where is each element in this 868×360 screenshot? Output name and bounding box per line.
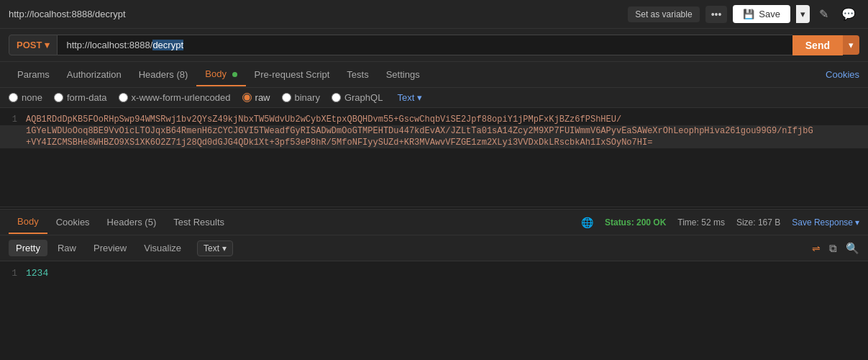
response-text-dropdown[interactable]: Text ▾ <box>197 240 233 256</box>
raw-tab[interactable]: Raw <box>50 240 83 256</box>
globe-icon: 🌐 <box>581 217 593 228</box>
tab-authorization[interactable]: Authorization <box>58 63 130 86</box>
save-icon: 💾 <box>743 9 754 19</box>
radio-graphql-label: GraphQL <box>344 92 383 103</box>
radio-none[interactable]: none <box>9 92 42 103</box>
edit-icon-button[interactable]: ✎ <box>816 4 832 24</box>
resp-line-number-1: 1 <box>0 268 26 279</box>
body-type-row: none form-data x-www-form-urlencoded raw… <box>0 88 868 108</box>
pretty-tab[interactable]: Pretty <box>9 240 47 256</box>
text-dropdown-chevron: ▾ <box>417 92 422 103</box>
cookies-link[interactable]: Cookies <box>826 69 859 80</box>
headers-badge: (8) <box>176 69 188 80</box>
radio-urlencoded-label: x-www-form-urlencoded <box>132 92 231 103</box>
resp-line-1: 1 1234 <box>0 267 868 279</box>
resp-tab-cookies[interactable]: Cookies <box>47 211 99 233</box>
radio-graphql[interactable]: GraphQL <box>332 92 383 103</box>
request-tabs: Params Authorization Headers (8) Body Pr… <box>0 62 868 88</box>
more-button[interactable]: ••• <box>705 6 728 23</box>
line-content-3: +VY4IZCMSBHe8WHBZO9XS1XK6O2Z71j28Qd0dGJG… <box>26 138 868 148</box>
code-line-3: +VY4IZCMSBHe8WHBZO9XS1XK6O2Z71j28Qd0dGJG… <box>0 137 868 148</box>
save-response-label: Save Response <box>792 217 853 228</box>
save-label: Save <box>759 9 780 19</box>
code-line-2: 1GYeLWDUoOoq8BE9VvOicLTOJqxB64RmenH6zCYC… <box>0 125 868 137</box>
preview-tab[interactable]: Preview <box>86 240 134 256</box>
radio-binary[interactable]: binary <box>282 92 320 103</box>
line-number-3 <box>0 138 26 148</box>
url-bar: POST ▾ http://localhost:8888/decrypt Sen… <box>0 29 868 62</box>
url-input[interactable]: http://localhost:8888/decrypt <box>58 35 792 55</box>
send-dropdown-button[interactable]: ▾ <box>843 35 859 55</box>
save-dropdown-button[interactable]: ▾ <box>796 5 810 23</box>
body-dot <box>232 72 237 77</box>
top-bar-actions: Set as variable ••• 💾 Save ▾ ✎ 💬 <box>628 4 859 24</box>
radio-binary-input[interactable] <box>282 93 291 102</box>
send-button[interactable]: Send <box>792 35 843 55</box>
radio-graphql-input[interactable] <box>332 93 341 102</box>
response-status-bar: 🌐 Status: 200 OK Time: 52 ms Size: 167 B… <box>581 217 859 228</box>
response-text-label: Text <box>204 243 219 253</box>
radio-raw-label: raw <box>255 92 270 103</box>
code-line-1: 1 AQB1RDdDpKB5FOoRHpSwp94WMSRwj1bv2QYsZ4… <box>0 114 868 125</box>
filter-icon[interactable]: ⇌ <box>812 243 821 254</box>
radio-raw-input[interactable] <box>242 93 252 102</box>
pretty-row: Pretty Raw Preview Visualize Text ▾ ⇌ ⧉ … <box>0 235 868 261</box>
response-text-chevron: ▾ <box>222 243 227 253</box>
top-bar: http://localhost:8888/decrypt Set as var… <box>0 0 868 29</box>
line-content-2: 1GYeLWDUoOoq8BE9VvOicLTOJqxB64RmenH6zCYC… <box>26 126 868 136</box>
line-number-1: 1 <box>0 114 26 125</box>
radio-formdata-label: form-data <box>67 92 107 103</box>
response-tabs: Body Cookies Headers (5) Test Results 🌐 … <box>0 210 868 235</box>
tab-headers[interactable]: Headers (8) <box>130 63 197 86</box>
text-dropdown[interactable]: Text ▾ <box>397 92 422 103</box>
method-label: POST <box>17 40 42 50</box>
save-response-chevron: ▾ <box>855 217 859 228</box>
method-chevron: ▾ <box>45 40 50 50</box>
tab-body[interactable]: Body <box>196 63 245 86</box>
line-content-1: AQB1RDdDpKB5FOoRHpSwp94WMSRwj1bv2QYsZ49k… <box>26 114 868 125</box>
tab-settings[interactable]: Settings <box>378 63 429 86</box>
visualize-tab[interactable]: Visualize <box>137 240 188 256</box>
text-dropdown-label: Text <box>397 92 414 103</box>
response-body: 1 1234 <box>0 261 868 360</box>
status-size: Size: 167 B <box>736 217 780 228</box>
tab-tests[interactable]: Tests <box>338 63 377 86</box>
set-variable-button[interactable]: Set as variable <box>628 6 699 22</box>
url-highlighted: decrypt <box>152 40 183 50</box>
url-prefix: http://localhost:8888/ <box>66 40 152 50</box>
comment-icon-button[interactable]: 💬 <box>838 4 859 24</box>
radio-formdata-input[interactable] <box>54 93 63 102</box>
line-number-2 <box>0 126 26 136</box>
save-button[interactable]: 💾 Save <box>733 5 790 23</box>
radio-none-label: none <box>22 92 42 103</box>
resp-headers-badge: (5) <box>145 217 156 228</box>
request-body-editor[interactable]: 1 AQB1RDdDpKB5FOoRHpSwp94WMSRwj1bv2QYsZ4… <box>0 108 868 207</box>
radio-urlencoded-input[interactable] <box>119 93 128 102</box>
resp-line-content-1: 1234 <box>26 268 48 279</box>
radio-raw[interactable]: raw <box>242 92 270 103</box>
resp-tab-body[interactable]: Body <box>9 210 47 234</box>
radio-none-input[interactable] <box>9 93 18 102</box>
method-select[interactable]: POST ▾ <box>9 35 58 55</box>
save-response-button[interactable]: Save Response ▾ <box>792 217 859 228</box>
top-bar-url-label: http://localhost:8888/decrypt <box>9 9 628 19</box>
status-ok: Status: 200 OK <box>605 217 666 228</box>
radio-urlencoded[interactable]: x-www-form-urlencoded <box>119 92 231 103</box>
copy-icon[interactable]: ⧉ <box>829 242 837 255</box>
status-time: Time: 52 ms <box>677 217 725 228</box>
search-icon[interactable]: 🔍 <box>846 242 859 255</box>
radio-formdata[interactable]: form-data <box>54 92 107 103</box>
radio-binary-label: binary <box>295 92 320 103</box>
resp-tab-test-results[interactable]: Test Results <box>165 211 233 233</box>
tab-prerequest[interactable]: Pre-request Script <box>246 63 339 86</box>
resp-tab-headers[interactable]: Headers (5) <box>99 211 165 233</box>
tab-params[interactable]: Params <box>9 63 58 86</box>
